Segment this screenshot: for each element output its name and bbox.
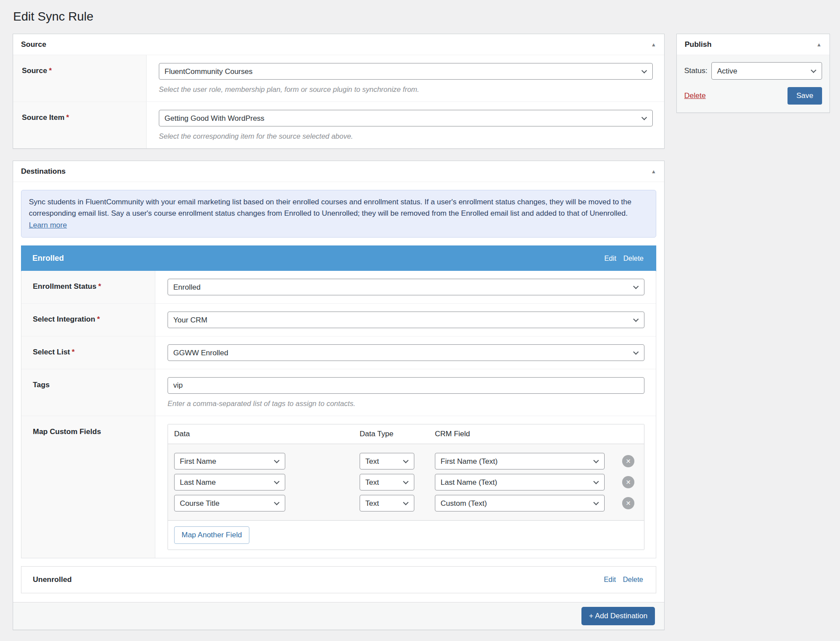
unenrolled-card-title: Unenrolled: [33, 575, 72, 584]
source-panel-title: Source: [21, 40, 46, 49]
integration-select[interactable]: Your CRM: [168, 312, 644, 328]
tags-row: Tags Enter a comma-separated list of tag…: [21, 369, 656, 416]
publish-panel-body: Status: Active Delete Save: [677, 55, 830, 112]
enrolled-card-header: Enrolled Edit Delete: [21, 245, 656, 271]
map-fields-table-body: First Name Text: [168, 444, 644, 521]
source-label: Source*: [13, 55, 147, 102]
select-list-row: Select List* GGWW Enrolled: [21, 336, 656, 369]
column-header-data-type: Data Type: [360, 430, 435, 438]
source-item-help-text: Select the corresponding item for the so…: [159, 132, 653, 140]
map-custom-fields-cell: Data Data Type CRM Field First Name: [155, 416, 656, 558]
enrolled-card-title: Enrolled: [32, 254, 64, 263]
status-label: Status:: [684, 67, 707, 75]
map-custom-fields-row: Map Custom Fields Data Data Type CRM Fie…: [21, 416, 656, 558]
map-custom-fields-label: Map Custom Fields: [21, 416, 155, 558]
publish-panel-header: Publish ▲: [677, 34, 830, 55]
unenrolled-delete-link[interactable]: Delete: [623, 576, 643, 584]
delete-rule-link[interactable]: Delete: [684, 91, 706, 100]
required-star: *: [72, 348, 75, 356]
collapse-arrow-icon[interactable]: ▲: [651, 42, 656, 47]
enrolled-edit-link[interactable]: Edit: [604, 255, 616, 263]
map-field-row: First Name Text: [174, 453, 638, 469]
enrollment-status-label: Enrollment Status*: [21, 271, 155, 303]
map-type-select[interactable]: Text: [360, 495, 414, 511]
select-integration-row: Select Integration* Your CRM: [21, 304, 656, 336]
column-header-crm-field: CRM Field: [435, 430, 619, 438]
publish-panel-title: Publish: [685, 40, 711, 49]
map-data-select[interactable]: Course Title: [174, 495, 285, 511]
tags-input[interactable]: [168, 377, 644, 394]
map-crm-select[interactable]: Custom (Text): [435, 495, 605, 511]
source-item-field-cell: Getting Good With WordPress Select the c…: [147, 102, 664, 148]
unenrolled-destination-card: Unenrolled Edit Delete: [21, 566, 656, 593]
map-field-row: Last Name Text: [174, 474, 638, 490]
tags-label: Tags: [21, 369, 155, 416]
source-item-label: Source Item*: [13, 102, 147, 148]
add-destination-button[interactable]: + Add Destination: [581, 607, 655, 625]
source-panel: Source ▲ Source* FluentCommunity Courses…: [13, 34, 665, 149]
source-field-cell: FluentCommunity Courses Select the user …: [147, 55, 664, 102]
destinations-panel: Destinations ▲ Sync students in FluentCo…: [13, 161, 665, 630]
destinations-panel-header: Destinations ▲: [13, 161, 664, 182]
select-integration-label: Select Integration*: [21, 304, 155, 336]
page-title: Edit Sync Rule: [13, 10, 94, 24]
destinations-panel-body: Sync students in FluentCommunity with yo…: [13, 182, 664, 602]
map-data-select[interactable]: First Name: [174, 453, 285, 469]
enrollment-status-field-cell: Enrolled: [155, 271, 656, 303]
destinations-panel-title: Destinations: [21, 167, 66, 176]
collapse-arrow-icon[interactable]: ▲: [816, 42, 822, 47]
status-select[interactable]: Active: [711, 62, 822, 80]
tags-help-text: Enter a comma-separated list of tags to …: [168, 399, 644, 408]
enrolled-delete-link[interactable]: Delete: [623, 255, 644, 263]
source-item-row: Source Item* Getting Good With WordPress…: [13, 102, 664, 148]
remove-field-button[interactable]: ✕: [622, 497, 634, 509]
destinations-info-box: Sync students in FluentCommunity with yo…: [21, 190, 656, 238]
map-crm-select[interactable]: First Name (Text): [435, 453, 605, 469]
map-fields-table: Data Data Type CRM Field First Name: [168, 424, 644, 550]
collapse-arrow-icon[interactable]: ▲: [651, 169, 656, 174]
column-header-data: Data: [174, 430, 360, 438]
tags-field-cell: Enter a comma-separated list of tags to …: [155, 369, 656, 416]
source-row: Source* FluentCommunity Courses Select t…: [13, 55, 664, 102]
map-fields-table-header: Data Data Type CRM Field: [168, 424, 644, 444]
map-another-field-button[interactable]: Map Another Field: [174, 526, 249, 544]
enrollment-status-row: Enrollment Status* Enrolled: [21, 271, 656, 304]
enrolled-destination-card: Enrolled Edit Delete Enrollment Status* …: [21, 245, 656, 558]
save-button[interactable]: Save: [788, 87, 822, 105]
destinations-panel-footer: + Add Destination: [13, 602, 664, 630]
source-select[interactable]: FluentCommunity Courses: [159, 63, 653, 80]
remove-field-button[interactable]: ✕: [622, 455, 634, 467]
enrollment-status-select[interactable]: Enrolled: [168, 279, 644, 295]
source-help-text: Select the user role, membership plan, f…: [159, 85, 653, 94]
source-panel-header: Source ▲: [13, 34, 664, 55]
map-crm-select[interactable]: Last Name (Text): [435, 474, 605, 490]
remove-field-button[interactable]: ✕: [622, 476, 634, 488]
learn-more-link[interactable]: Learn more: [29, 221, 67, 229]
map-type-select[interactable]: Text: [360, 453, 414, 469]
required-star: *: [66, 113, 69, 122]
map-field-row: Course Title Text: [174, 495, 638, 511]
map-fields-table-footer: Map Another Field: [168, 521, 644, 550]
status-row: Status: Active: [684, 62, 822, 80]
select-integration-field-cell: Your CRM: [155, 304, 656, 336]
required-star: *: [97, 315, 100, 323]
select-list-field-cell: GGWW Enrolled: [155, 336, 656, 369]
required-star: *: [49, 67, 52, 75]
publish-panel: Publish ▲ Status: Active Delete Save: [676, 34, 830, 113]
destinations-info-text: Sync students in FluentCommunity with yo…: [29, 198, 631, 217]
map-type-select[interactable]: Text: [360, 474, 414, 490]
list-select[interactable]: GGWW Enrolled: [168, 344, 644, 361]
publish-actions: Delete Save: [684, 87, 822, 105]
map-data-select[interactable]: Last Name: [174, 474, 285, 490]
source-item-select[interactable]: Getting Good With WordPress: [159, 110, 653, 126]
unenrolled-edit-link[interactable]: Edit: [604, 576, 616, 584]
select-list-label: Select List*: [21, 336, 155, 369]
required-star: *: [98, 282, 101, 291]
